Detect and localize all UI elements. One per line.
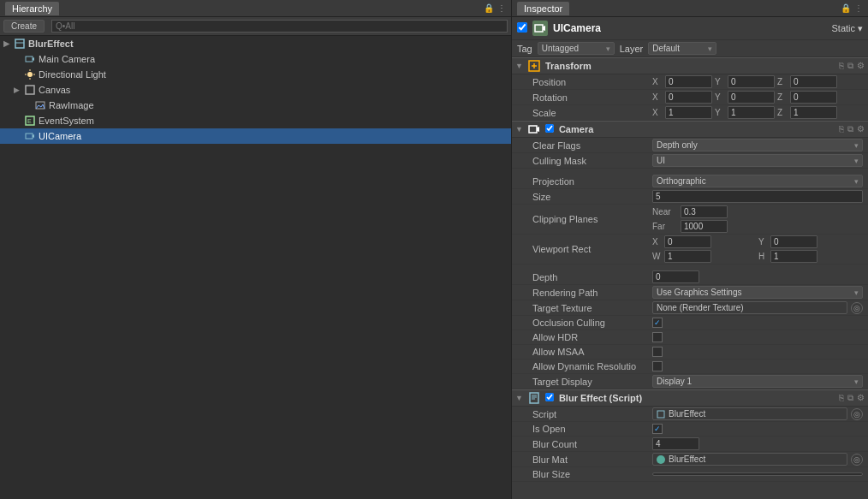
rotation-z[interactable] (790, 91, 837, 104)
menu-icon[interactable]: ⋮ (497, 3, 506, 13)
size-input[interactable] (652, 190, 863, 203)
target-texture-value: None (Render Texture) ◎ (652, 301, 863, 314)
blur-size-slider[interactable] (652, 472, 863, 476)
position-y[interactable] (728, 75, 775, 88)
section-action-icons: ⎘ ⧉ ⚙ (839, 61, 865, 71)
svg-rect-20 (529, 126, 537, 133)
culling-mask-row: Culling Mask UI ▾ (512, 153, 868, 169)
allow-dynamic-checkbox[interactable] (652, 361, 663, 371)
copy-icon[interactable]: ⎘ (839, 393, 844, 403)
dropdown-arrow-icon: ▾ (854, 141, 859, 150)
material-icon (657, 455, 665, 464)
target-display-row: Target Display Display 1 ▾ (512, 374, 868, 389)
transform-icon (528, 60, 540, 72)
svg-point-4 (27, 72, 33, 77)
position-z[interactable] (790, 75, 837, 88)
gear-icon[interactable]: ⚙ (857, 393, 865, 403)
allow-msaa-value (652, 347, 863, 357)
search-input[interactable] (51, 20, 508, 33)
tree-item-canvas[interactable]: ▶ Canvas (0, 82, 511, 98)
projection-dropdown[interactable]: Orthographic ▾ (652, 175, 863, 187)
blur-effect-enabled-check[interactable] (545, 393, 554, 403)
tree-item-raw-image[interactable]: RawImage (0, 98, 511, 113)
blur-count-label: Blur Count (532, 439, 652, 449)
rotation-x[interactable] (665, 91, 712, 104)
rotation-y[interactable] (728, 91, 775, 104)
depth-input[interactable] (652, 270, 699, 283)
tree-item-main-camera[interactable]: Main Camera (0, 51, 511, 67)
lock-icon[interactable]: 🔒 (841, 3, 851, 13)
allow-msaa-label: Allow MSAA (532, 347, 652, 357)
target-display-dropdown[interactable]: Display 1 ▾ (652, 375, 863, 388)
script-pick[interactable]: ◎ (851, 408, 863, 420)
svg-rect-13 (26, 134, 33, 139)
scale-z[interactable] (790, 106, 837, 119)
allow-hdr-value (652, 332, 863, 342)
collapse-arrow-icon: ▼ (515, 125, 523, 134)
allow-msaa-checkbox[interactable] (652, 347, 663, 357)
clipping-planes-label: Clipping Planes (532, 214, 652, 224)
enabled-checkbox[interactable] (517, 22, 527, 34)
gear-icon[interactable]: ⚙ (857, 124, 865, 134)
static-dropdown-icon[interactable]: ▾ (858, 23, 863, 34)
tree-item-blur-effect[interactable]: ▶ BlurEffect (0, 36, 511, 51)
clear-flags-dropdown[interactable]: Depth only ▾ (652, 139, 863, 151)
camera-section-header[interactable]: ▼ Camera ⎘ ⧉ ⚙ (512, 121, 868, 138)
blur-count-input[interactable] (652, 437, 699, 450)
blur-mat-value: BlurEffect ◎ (652, 453, 863, 466)
inspector-tab[interactable]: Inspector (517, 2, 569, 15)
near-label: Near (652, 207, 678, 217)
layer-value: Default (652, 44, 680, 53)
transform-section-header[interactable]: ▼ Transform ⎘ ⧉ ⚙ (512, 57, 868, 74)
tag-dropdown[interactable]: Untagged ▾ (538, 42, 615, 55)
copy-icon[interactable]: ⎘ (839, 124, 844, 134)
camera-icon (532, 21, 548, 36)
viewport-y[interactable] (770, 235, 817, 248)
paste-icon[interactable]: ⧉ (847, 124, 853, 134)
svg-text:E: E (27, 118, 32, 124)
scale-x[interactable] (665, 106, 712, 119)
lock-icon[interactable]: 🔒 (484, 3, 494, 13)
far-input[interactable] (681, 220, 728, 233)
position-x[interactable] (665, 75, 712, 88)
object-name[interactable]: UICamera (553, 22, 601, 34)
tree-item-directional-light[interactable]: Directional Light (0, 67, 511, 82)
culling-mask-dropdown[interactable]: UI ▾ (652, 154, 863, 167)
is-open-checkbox[interactable]: ✓ (652, 424, 663, 434)
blur-effect-section-header[interactable]: ▼ Blur Effect (Script) ⎘ ⧉ ⚙ (512, 389, 868, 407)
allow-hdr-checkbox[interactable] (652, 332, 663, 342)
viewport-x[interactable] (664, 235, 711, 248)
camera-enabled-check[interactable] (545, 124, 554, 134)
viewport-w[interactable] (664, 250, 711, 263)
layer-dropdown[interactable]: Default ▾ (648, 42, 716, 55)
scale-label: Scale (532, 108, 652, 118)
tree-item-ui-camera[interactable]: UICamera (0, 128, 511, 144)
copy-icon[interactable]: ⎘ (839, 61, 844, 71)
tree-label: Main Camera (39, 54, 95, 64)
blur-effect-title: Blur Effect (Script) (559, 393, 642, 403)
viewport-rect-value: X Y W H (652, 235, 863, 263)
rendering-path-label: Rendering Path (532, 288, 652, 298)
allow-dynamic-label: Allow Dynamic Resolutio (532, 361, 652, 371)
hierarchy-tab[interactable]: Hierarchy (5, 2, 59, 15)
camera-icon (528, 124, 540, 134)
depth-row: Depth (512, 270, 868, 285)
create-button[interactable]: Create (3, 20, 45, 33)
menu-icon[interactable]: ⋮ (854, 3, 863, 13)
target-texture-text: None (Render Texture) (657, 303, 744, 312)
rendering-path-dropdown[interactable]: Use Graphics Settings ▾ (652, 286, 863, 299)
inspector-panel: Inspector 🔒 ⋮ UICamera Static ▾ (512, 0, 868, 499)
blur-mat-pick[interactable]: ◎ (851, 454, 863, 466)
paste-icon[interactable]: ⧉ (847, 393, 853, 403)
gear-icon[interactable]: ⚙ (857, 61, 865, 71)
near-input[interactable] (681, 205, 728, 218)
target-texture-pick[interactable]: ◎ (851, 302, 863, 314)
light-icon (24, 68, 36, 80)
viewport-h[interactable] (770, 250, 817, 263)
scale-y[interactable] (728, 106, 775, 119)
camera-icon (24, 130, 36, 142)
tree-item-event-system[interactable]: E EventSystem (0, 113, 511, 128)
paste-icon[interactable]: ⧉ (847, 61, 853, 71)
occlusion-culling-checkbox[interactable]: ✓ (652, 318, 663, 328)
svg-rect-26 (657, 411, 664, 418)
